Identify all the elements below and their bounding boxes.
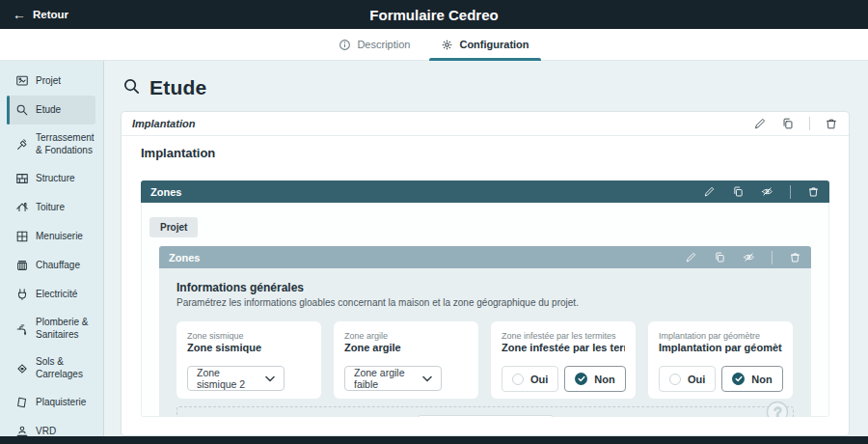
question-title: Zone infestée par les termites xyxy=(502,342,625,353)
plug-icon xyxy=(15,288,29,301)
sidebar-item-etude[interactable]: Etude xyxy=(8,96,95,125)
info-icon xyxy=(339,39,351,51)
search-icon xyxy=(122,77,141,99)
add-question-button[interactable]: Ajouter une question xyxy=(418,415,554,418)
question-label: Zone infestée par les termites xyxy=(502,331,625,341)
section-title: Etude xyxy=(149,76,206,99)
add-question-dropzone: Ajouter une question xyxy=(176,406,794,417)
network-icon xyxy=(15,425,29,436)
sidebar-item-projet[interactable]: Projet xyxy=(8,67,95,96)
sidebar: Projet Etude Terrassement & Fondations S… xyxy=(0,61,104,436)
question-card-termites: Zone infestée par les termites Zone infe… xyxy=(491,321,636,399)
zones-outer-header: Zones xyxy=(141,180,829,203)
option-label: Non xyxy=(594,374,614,385)
question-label: Zone argile xyxy=(344,331,468,341)
panel-icon xyxy=(15,396,29,409)
zone-sismique-select[interactable]: Zone sismique 2 xyxy=(187,366,285,391)
copy-icon[interactable] xyxy=(781,117,795,130)
info-title: Informations générales xyxy=(176,281,794,294)
help-bubble-button[interactable]: ? xyxy=(764,400,791,417)
sidebar-item-label: Electricité xyxy=(36,289,77,301)
option-label: Oui xyxy=(530,374,548,385)
question-title: Zone sismique xyxy=(187,342,311,353)
edit-icon[interactable] xyxy=(685,251,697,264)
eye-off-icon[interactable] xyxy=(743,251,755,264)
sidebar-item-label: Plaquisterie xyxy=(36,397,86,409)
sidebar-item-label: Sols & Carrelages xyxy=(36,356,92,380)
sidebar-item-label: Projet xyxy=(36,75,61,88)
main-content: Etude Implantation Implantation Zones xyxy=(104,61,868,436)
implantation-title: Implantation xyxy=(141,146,829,160)
trash-icon[interactable] xyxy=(807,185,820,198)
sidebar-item-electricite[interactable]: Electricité xyxy=(8,280,95,309)
projet-chip: Projet xyxy=(149,217,198,237)
zones-inner-header: Zones xyxy=(159,246,811,268)
trash-icon[interactable] xyxy=(789,251,801,264)
tab-bar: Description Configuration xyxy=(0,29,868,61)
questions-row: Zone sismique Zone sismique Zone sismiqu… xyxy=(176,321,794,399)
edit-icon[interactable] xyxy=(703,185,716,198)
sidebar-item-menuiserie[interactable]: Menuiserie xyxy=(8,222,95,251)
radiator-icon xyxy=(15,259,29,272)
sidebar-item-terrassement[interactable]: Terrassement & Fondations xyxy=(8,125,95,164)
non-button[interactable]: Non xyxy=(564,366,625,392)
zones-inner-body: Informations générales Paramétrez les in… xyxy=(159,268,811,417)
back-button[interactable]: ← Retour xyxy=(13,8,68,21)
select-value: Zone sismique 2 xyxy=(197,367,259,390)
sidebar-item-vrd[interactable]: VRD xyxy=(8,417,95,436)
question-card-zone-sismique: Zone sismique Zone sismique Zone sismiqu… xyxy=(176,321,321,399)
tab-description-label: Description xyxy=(357,39,410,50)
radio-selected-icon xyxy=(575,373,587,385)
sidebar-item-toiture[interactable]: Toiture xyxy=(8,193,95,222)
non-button[interactable]: Non xyxy=(721,366,782,392)
question-card-zone-argile: Zone argile Zone argile Zone argile faib… xyxy=(334,321,478,399)
copy-icon[interactable] xyxy=(732,185,745,198)
zones-inner-title: Zones xyxy=(169,252,200,264)
implantation-card-header: Implantation xyxy=(122,112,849,136)
sidebar-item-plomberie[interactable]: Plomberie & Sanitaires xyxy=(8,309,95,348)
sidebar-item-label: Plomberie & Sanitaires xyxy=(36,317,92,341)
implantation-card-label: Implantation xyxy=(132,118,195,129)
zones-outer-title: Zones xyxy=(150,186,181,198)
zones-outer-card: Zones Projet xyxy=(141,180,829,417)
page-title: Formulaire Cedreo xyxy=(369,7,498,23)
topbar: ← Retour Formulaire Cedreo xyxy=(0,0,868,29)
edit-icon[interactable] xyxy=(753,117,767,130)
question-label: Implantation par géomètre xyxy=(659,331,782,341)
eye-off-icon[interactable] xyxy=(761,185,773,198)
tab-configuration-label: Configuration xyxy=(459,39,529,50)
chevron-down-icon xyxy=(422,373,432,384)
divider xyxy=(772,251,773,264)
wall-icon xyxy=(15,172,29,185)
radio-unselected-icon xyxy=(512,374,524,385)
oui-button[interactable]: Oui xyxy=(659,366,716,392)
sidebar-item-sols[interactable]: Sols & Carrelages xyxy=(8,348,95,388)
sidebar-item-label: Toiture xyxy=(36,202,65,214)
sidebar-item-plaquisterie[interactable]: Plaquisterie xyxy=(8,388,95,417)
zones-outer-body: Projet Zones xyxy=(141,203,829,417)
sidebar-item-structure[interactable]: Structure xyxy=(8,164,95,193)
radio-unselected-icon xyxy=(669,374,681,385)
search-icon xyxy=(15,103,29,117)
tab-configuration[interactable]: Configuration xyxy=(425,29,544,60)
trash-icon[interactable] xyxy=(825,117,838,130)
zone-argile-select[interactable]: Zone argile faible xyxy=(344,366,442,391)
question-card-geometre: Implantation par géomètre Implantation p… xyxy=(648,321,793,399)
sidebar-item-chauffage[interactable]: Chauffage xyxy=(8,251,95,280)
implantation-card: Implantation Implantation Zones xyxy=(121,111,850,436)
section-heading: Etude xyxy=(122,76,850,99)
svg-text:?: ? xyxy=(774,404,782,417)
sidebar-item-label: VRD xyxy=(36,426,56,436)
info-subtitle: Paramétrez les informations gloables con… xyxy=(176,297,794,308)
tab-description[interactable]: Description xyxy=(323,29,425,60)
roof-icon xyxy=(15,201,29,214)
sidebar-item-label: Structure xyxy=(36,173,75,185)
oui-button[interactable]: Oui xyxy=(502,366,558,392)
question-title: Zone argile xyxy=(344,342,468,353)
option-label: Non xyxy=(751,374,772,385)
blueprint-icon xyxy=(15,74,29,88)
back-arrow-icon: ← xyxy=(13,8,26,21)
copy-icon[interactable] xyxy=(714,251,726,264)
divider xyxy=(790,185,791,199)
question-title: Implantation par géomètre xyxy=(659,342,782,353)
